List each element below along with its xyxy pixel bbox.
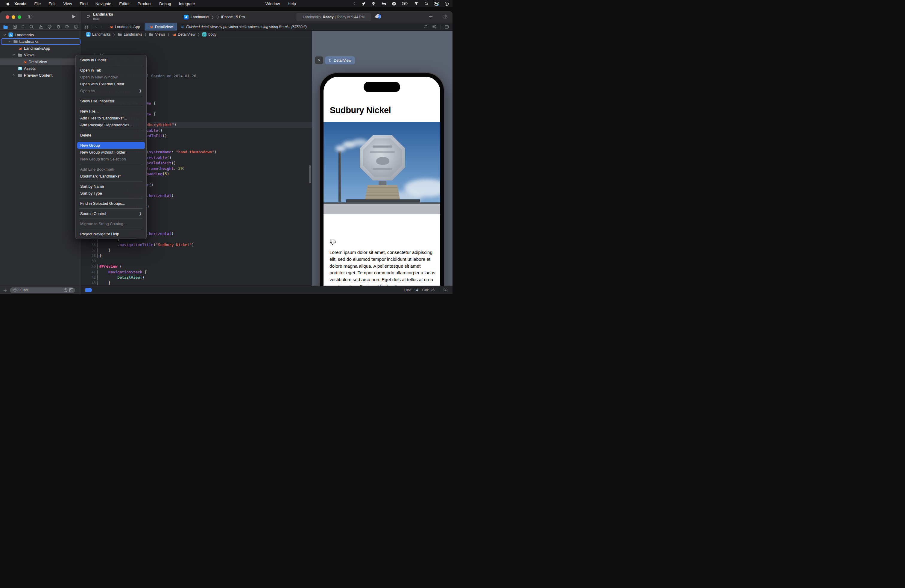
spotlight-icon[interactable] (424, 2, 429, 6)
issues-navigator-icon[interactable] (38, 25, 43, 29)
menu-item-find-in-selected-groups[interactable]: Find in Selected Groups... (77, 200, 145, 207)
sidebar-toggle-icon[interactable] (27, 14, 33, 19)
menu-item-new-file[interactable]: New File... (77, 108, 145, 114)
menu-navigate[interactable]: Navigate (92, 2, 115, 6)
project-navigator-icon[interactable] (3, 25, 8, 29)
breadcrumb-item-landmarks[interactable]: Landmarks (86, 32, 111, 37)
menu-help[interactable]: Help (284, 2, 300, 6)
debug-navigator-icon[interactable] (56, 25, 61, 29)
activity-view[interactable]: Landmarks: Ready | Today at 9:44 PM (296, 13, 371, 21)
menu-item-open-with-external-editor[interactable]: Open with External Editor (77, 81, 145, 87)
menu-item-add-package-dependencies[interactable]: Add Package Dependencies... (77, 122, 145, 129)
apple-menu-icon[interactable] (6, 2, 10, 6)
breakpoints-navigator-icon[interactable] (65, 25, 70, 29)
tree-row-assets[interactable]: Assets (0, 65, 81, 72)
menu-item-source-control[interactable]: Source Control❯ (77, 210, 145, 217)
menu-item-open-in-tab[interactable]: Open in Tab (77, 67, 145, 74)
siri-clock-icon[interactable] (445, 2, 449, 6)
code-review-icon[interactable] (423, 25, 428, 29)
battery-icon[interactable] (402, 2, 408, 5)
menu-item-show-file-inspector[interactable]: Show File Inspector (77, 98, 145, 105)
menu-window[interactable]: Window (262, 2, 284, 6)
bookmarks-navigator-icon[interactable] (21, 25, 25, 29)
source-control-filter-icon[interactable] (69, 288, 73, 292)
code-line-41[interactable]: 41 NavigationStack { (81, 269, 312, 275)
reports-navigator-icon[interactable] (74, 25, 78, 29)
transporter-icon[interactable] (372, 2, 376, 6)
minimize-button[interactable] (12, 15, 15, 19)
menu-view[interactable]: View (60, 2, 76, 6)
bed-icon[interactable] (381, 2, 386, 6)
chevron-right-icon[interactable] (13, 74, 15, 77)
rocket-icon[interactable] (361, 2, 366, 6)
menu-editor[interactable]: Editor (115, 2, 133, 6)
pin-preview-button[interactable] (315, 56, 323, 64)
menu-item-bookmark-landmarks[interactable]: Bookmark “Landmarks” (77, 173, 145, 180)
cookie-icon[interactable] (392, 2, 396, 6)
add-editor-icon[interactable] (445, 25, 449, 29)
inspector-toggle-icon[interactable] (442, 14, 448, 19)
menu-file[interactable]: File (30, 2, 45, 6)
menu-item-delete[interactable]: Delete (77, 132, 145, 138)
related-items-icon[interactable] (84, 25, 89, 29)
menu-item-new-group[interactable]: New Group (77, 142, 145, 149)
menu-item-new-group-without-folder[interactable]: New Group without Folder (77, 149, 145, 156)
menu-product[interactable]: Product (133, 2, 155, 6)
tab-detailview[interactable]: DetailView (144, 23, 177, 30)
menu-item-add-files-to-landmarks[interactable]: Add Files to “Landmarks”... (77, 114, 145, 122)
editor-scrollbar-thumb[interactable] (309, 165, 311, 183)
tab-commit-message[interactable]: Finished detail view by providing static… (177, 23, 419, 30)
code-line-36[interactable]: 36 .navigationTitle("Sudbury Nickel") (81, 242, 312, 248)
add-file-button[interactable] (3, 288, 8, 292)
chevron-left-icon[interactable] (353, 2, 356, 6)
filter-menu-icon[interactable] (12, 288, 19, 292)
library-add-button[interactable] (429, 14, 433, 19)
close-button[interactable] (6, 15, 9, 19)
menu-find[interactable]: Find (76, 2, 92, 6)
code-line-38[interactable]: 38} (81, 253, 312, 258)
chevron-down-icon[interactable] (3, 33, 6, 36)
tree-row-landmarks[interactable]: Landmarks (0, 32, 81, 38)
filter-field[interactable]: Filter (10, 288, 75, 293)
menu-edit[interactable]: Edit (44, 2, 59, 6)
breadcrumb-item-detailview[interactable]: DetailView (172, 32, 195, 37)
tree-row-landmarksapp[interactable]: LandmarksApp (0, 45, 81, 52)
tab-landmarksapp[interactable]: LandmarksApp (105, 23, 144, 30)
wifi-icon[interactable] (414, 2, 419, 5)
chevron-down-icon[interactable] (8, 40, 11, 43)
control-center-icon[interactable] (434, 2, 439, 6)
code-line-40[interactable]: 40#Preview { (81, 264, 312, 269)
code-line-37[interactable]: 37 } (81, 248, 312, 253)
menu-item-sort-by-name[interactable]: Sort by Name (77, 183, 145, 190)
breadcrumb-item-body[interactable]: Pbody (202, 32, 216, 37)
breadcrumb-item-landmarks[interactable]: Landmarks (117, 32, 142, 37)
chevron-down-icon[interactable] (13, 54, 15, 56)
zoom-button[interactable] (17, 15, 21, 19)
code-line-39[interactable]: 39 (81, 258, 312, 264)
run-button[interactable] (72, 14, 76, 19)
menu-item-show-in-finder[interactable]: Show in Finder (77, 57, 145, 64)
tree-row-detailview[interactable]: DetailView (0, 58, 81, 65)
recent-files-icon[interactable] (64, 288, 68, 292)
minimap-toggle-icon[interactable] (443, 288, 448, 292)
editor-options-icon[interactable] (432, 25, 437, 29)
tests-navigator-icon[interactable] (47, 25, 52, 29)
preview-tab-chip[interactable]: DetailView (325, 56, 355, 64)
find-navigator-icon[interactable] (29, 25, 34, 29)
source-control-navigator-icon[interactable] (13, 25, 17, 29)
forward-button[interactable] (100, 25, 103, 29)
code-line-42[interactable]: 42 DetailView() (81, 275, 312, 280)
tree-row-landmarks[interactable]: Landmarks (0, 38, 81, 45)
tree-row-views[interactable]: Views (0, 52, 81, 59)
breadcrumb-item-views[interactable]: Views (149, 32, 165, 37)
scheme-selector[interactable]: A Landmarks ❭ iPhone 15 Pro (181, 13, 248, 21)
menu-xcode[interactable]: Xcode (11, 2, 30, 6)
tree-row-preview-content[interactable]: Preview Content (0, 72, 81, 79)
menu-integrate[interactable]: Integrate (175, 2, 199, 6)
back-button[interactable] (95, 25, 97, 29)
menu-item-project-navigator-help[interactable]: Project Navigator Help (77, 230, 145, 237)
menu-item-sort-by-type[interactable]: Sort by Type (77, 190, 145, 197)
menu-debug[interactable]: Debug (155, 2, 175, 6)
active-scheme-summary[interactable]: Landmarks main (87, 12, 113, 21)
code-line-43[interactable]: 43 } (81, 280, 312, 286)
